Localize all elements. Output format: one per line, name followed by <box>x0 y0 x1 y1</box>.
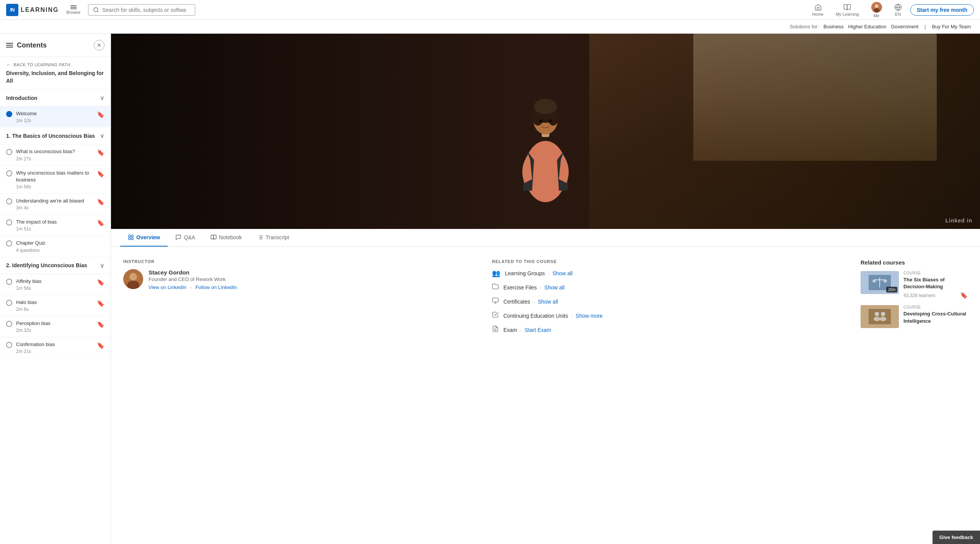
exam-start-link[interactable]: Start Exam <box>524 327 551 333</box>
section-introduction[interactable]: Introduction ∨ <box>0 90 111 106</box>
bookmark-icon[interactable]: 🔖 <box>97 300 105 307</box>
related-label: RELATED TO THIS COURSE <box>492 259 848 264</box>
bookmark-course-1[interactable]: 🔖 <box>960 292 968 299</box>
bookmark-icon[interactable]: 🔖 <box>97 219 105 227</box>
solutions-label: Solutions for: <box>790 24 819 29</box>
tab-notebook[interactable]: Notebook <box>203 229 250 247</box>
back-to-path[interactable]: ← BACK TO LEARNING PATH Diversity, Inclu… <box>0 57 111 90</box>
svg-rect-15 <box>129 235 131 237</box>
top-navigation: IN LEARNING Browse Home My Learning <box>0 0 980 20</box>
bookmark-icon[interactable]: 🔖 <box>97 279 105 286</box>
lesson-affinity[interactable]: Affinity bias 1m 56s 🔖 <box>0 274 111 295</box>
search-bar[interactable] <box>88 4 195 16</box>
list-icon <box>257 234 263 240</box>
lesson-title: Understanding we're all biased <box>16 198 84 204</box>
lesson-duration: 1m 56s <box>16 286 41 291</box>
exercise-files-icon <box>492 283 499 292</box>
lesson-duration: 4 questions <box>16 248 46 253</box>
lesson-duration: 1m 12s <box>16 118 37 123</box>
svg-point-26 <box>129 273 137 281</box>
browse-icon <box>70 5 77 9</box>
continuing-ed-show-more[interactable]: Show more <box>576 313 603 319</box>
solutions-higher-ed[interactable]: Higher Education <box>848 24 887 29</box>
course-card-2[interactable]: COURSE Developing Cross-Cultural Intelli… <box>861 305 968 328</box>
exam-icon <box>492 325 499 334</box>
course-card-1[interactable]: 26m COURSE The Six Biases of Decision-Ma… <box>861 271 968 299</box>
give-feedback-button[interactable]: Give feedback <box>933 531 980 544</box>
hamburger-icon[interactable] <box>6 43 13 47</box>
lesson-title: Affinity bias <box>16 278 41 285</box>
bookmark-icon[interactable]: 🔖 <box>97 111 105 118</box>
solutions-divider: | <box>924 24 926 29</box>
lesson-perception[interactable]: Perception bias 2m 32s 🔖 <box>0 316 111 337</box>
chat-icon <box>175 234 181 240</box>
continuing-ed-icon <box>492 311 499 320</box>
link-separator: · <box>190 284 192 290</box>
back-label: BACK TO LEARNING PATH <box>14 62 70 67</box>
exercise-files-show-all[interactable]: Show all <box>544 284 565 291</box>
lesson-all-biased[interactable]: Understanding we're all biased 3m 4s 🔖 <box>0 194 111 215</box>
instructor-info: Stacey Gordon Founder and CEO of Rework … <box>123 269 480 290</box>
instructor-section: INSTRUCTOR Stacey Gordon Founder and CEO… <box>123 259 480 340</box>
lesson-why-bias-matters[interactable]: Why unconscious bias matters to business… <box>0 166 111 194</box>
lesson-chapter-quiz[interactable]: Chapter Quiz 4 questions <box>0 236 111 257</box>
bookmark-icon[interactable]: 🔖 <box>97 170 105 178</box>
tab-qa-label: Q&A <box>184 234 195 240</box>
course-info-2: COURSE Developing Cross-Cultural Intelli… <box>903 305 968 328</box>
learning-groups-show-all[interactable]: Show all <box>552 270 573 276</box>
lesson-duration: 2m 27s <box>16 156 75 162</box>
section-basics[interactable]: 1. The Basics of Unconscious Bias ∨ <box>0 127 111 144</box>
lesson-circle <box>6 321 12 327</box>
lesson-impact-bias[interactable]: The impact of bias 1m 51s 🔖 <box>0 215 111 236</box>
grid-icon <box>128 234 134 240</box>
svg-rect-28 <box>493 298 498 302</box>
bookmark-icon[interactable]: 🔖 <box>97 342 105 349</box>
solutions-government[interactable]: Government <box>891 24 918 29</box>
lesson-duration: 1m 58s <box>16 184 97 190</box>
lesson-welcome[interactable]: Welcome 1m 12s 🔖 <box>0 106 111 127</box>
search-input[interactable] <box>102 7 186 13</box>
certificates-show-all[interactable]: Show all <box>538 299 558 305</box>
view-linkedin-link[interactable]: View on LinkedIn <box>149 284 186 290</box>
linkedin-logo: IN <box>6 4 18 16</box>
home-button[interactable]: Home <box>808 2 827 18</box>
video-container[interactable]: Linked in <box>111 34 980 229</box>
tab-overview[interactable]: Overview <box>120 229 168 247</box>
instructor-avatar <box>123 269 143 289</box>
lesson-progress-circle <box>6 111 12 117</box>
my-learning-button[interactable]: My Learning <box>832 2 863 18</box>
lesson-what-is-bias[interactable]: What is unconscious bias? 2m 27s 🔖 <box>0 144 111 165</box>
follow-linkedin-link[interactable]: Follow on LinkedIn <box>195 284 237 290</box>
lesson-title: Why unconscious bias matters to business <box>16 170 97 183</box>
related-exercise-files: Exercise Files · Show all <box>492 283 848 292</box>
section-identifying[interactable]: 2. Identifying Unconscious Bias ∨ <box>0 257 111 274</box>
solutions-business[interactable]: Business <box>823 24 844 29</box>
section-identifying-label: 2. Identifying Unconscious Bias <box>6 262 87 268</box>
logo[interactable]: IN LEARNING <box>6 4 59 16</box>
course-path-title: Diversity, Inclusion, and Belonging for … <box>6 70 105 85</box>
lesson-confirmation[interactable]: Confirmation bias 2m 21s 🔖 <box>0 337 111 358</box>
learning-groups-icon: 👥 <box>492 269 500 278</box>
me-button[interactable]: Me <box>867 0 886 20</box>
search-icon <box>93 7 99 13</box>
section-intro-label: Introduction <box>6 95 38 101</box>
svg-point-37 <box>875 312 879 317</box>
start-free-month-button[interactable]: Start my free month <box>910 4 974 16</box>
tab-qa[interactable]: Q&A <box>168 229 203 247</box>
bookmark-icon[interactable]: 🔖 <box>97 149 105 156</box>
related-courses-section: Related courses 26m <box>861 259 968 340</box>
certificates-icon <box>492 297 499 306</box>
certificates-text: Certificates · Show all <box>503 299 848 305</box>
lesson-circle <box>6 342 12 348</box>
buy-for-team[interactable]: Buy For My Team <box>932 24 971 29</box>
linkedin-watermark: Linked in <box>946 217 972 224</box>
tab-transcript[interactable]: Transcript <box>250 229 297 247</box>
course-type-1: COURSE <box>903 271 968 275</box>
lesson-halo[interactable]: Halo bias 2m 6s 🔖 <box>0 295 111 316</box>
bookmark-icon[interactable]: 🔖 <box>97 321 105 328</box>
language-button[interactable]: EN <box>890 2 906 18</box>
bookmark-icon[interactable]: 🔖 <box>97 198 105 206</box>
lesson-info: Welcome 1m 12s <box>16 110 37 123</box>
browse-button[interactable]: Browse <box>64 4 84 16</box>
close-sidebar-button[interactable]: ✕ <box>94 40 105 51</box>
